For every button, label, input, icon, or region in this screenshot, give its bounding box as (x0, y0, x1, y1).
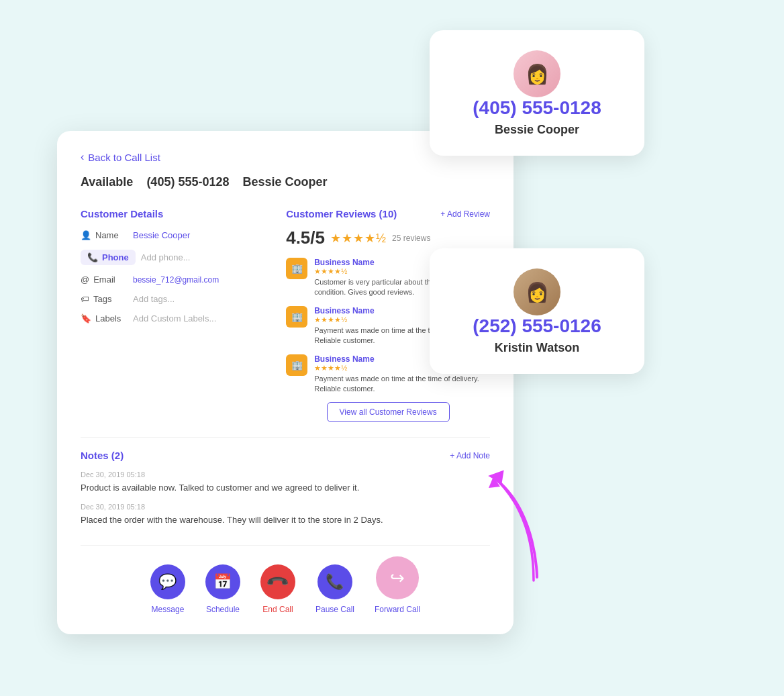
pause-call-action[interactable]: 📞 Pause Call (315, 564, 354, 614)
message-label: Message (152, 605, 185, 614)
review-icon-1: 🏢 (286, 258, 307, 279)
name-value: Bessie Cooper (133, 230, 190, 240)
end-call-icon: 📞 (265, 570, 290, 595)
forward-call-icon-circle: ↪ (376, 556, 419, 599)
chevron-left-icon: ‹ (81, 151, 84, 163)
customer-details-title: Customer Details (81, 208, 266, 219)
card-bessie-name: Bessie Cooper (495, 123, 579, 137)
labels-placeholder[interactable]: Add Custom Labels... (133, 313, 216, 324)
avatar-kristin: 👩 (513, 268, 560, 315)
rating-summary: 4.5/5 ★★★★½ 25 reviews (286, 228, 490, 248)
review-icon-2: 🏢 (286, 306, 307, 328)
avatar-bessie: 👩 (513, 50, 560, 97)
tags-placeholder[interactable]: Add tags... (133, 294, 175, 304)
pause-call-icon-circle: 📞 (317, 564, 352, 599)
note-item-1: Dec 30, 2019 05:18 Product is available … (81, 470, 490, 495)
schedule-label: Schedule (206, 605, 240, 614)
labels-label: 🔖 Labels (81, 313, 128, 324)
tag-icon: 🏷 (81, 294, 89, 304)
schedule-icon: 📅 (213, 573, 232, 591)
forward-call-icon: ↪ (390, 568, 405, 589)
call-header: Available (405) 555-0128 Bessie Cooper (81, 175, 490, 189)
review-icon-3: 🏢 (286, 354, 307, 376)
labels-row: 🔖 Labels Add Custom Labels... (81, 313, 266, 324)
phone-icon: 📞 (87, 252, 98, 262)
review-text-3: Payment was made on time at the time of … (314, 374, 490, 395)
header-name: Bessie Cooper (242, 175, 327, 189)
email-label: @ Email (81, 275, 128, 285)
note-date-2: Dec 30, 2019 05:18 (81, 503, 490, 511)
main-panel: ‹ Back to Call List Available (405) 555-… (57, 131, 513, 634)
email-value: bessie_712@gmail.com (133, 275, 219, 285)
action-bar: 💬 Message 📅 Schedule 📞 End Call 📞 Pause … (81, 545, 490, 614)
pause-call-icon: 📞 (326, 573, 344, 591)
forward-call-label: Forward Call (375, 605, 420, 614)
reviews-title: Customer Reviews (10) (286, 208, 397, 219)
card-bessie-phone: (405) 555-0128 (473, 97, 601, 119)
back-link-label: Back to Call List (88, 152, 160, 163)
card-kristin: 👩 (252) 555-0126 Kristin Watson (430, 248, 644, 374)
email-row: @ Email bessie_712@gmail.com (81, 275, 266, 285)
status-label: Available (81, 175, 133, 189)
stars-display: ★★★★½ (330, 231, 387, 246)
name-label: 👤 Name (81, 230, 128, 240)
note-text-1: Product is available now. Talked to cust… (81, 481, 490, 495)
message-icon-circle: 💬 (150, 564, 185, 599)
schedule-icon-circle: 📅 (205, 564, 240, 599)
phone-label: 📞 Phone (81, 250, 136, 265)
at-icon: @ (81, 275, 89, 285)
review-count: 25 reviews (392, 234, 430, 243)
phone-placeholder[interactable]: Add phone... (141, 252, 191, 262)
forward-arrow (483, 446, 571, 590)
card-bessie: 👩 (405) 555-0128 Bessie Cooper (430, 30, 644, 156)
view-all-reviews-button[interactable]: View all Customer Reviews (327, 402, 450, 422)
back-to-call-list[interactable]: ‹ Back to Call List (81, 151, 490, 163)
name-row: 👤 Name Bessie Cooper (81, 230, 266, 240)
tags-row: 🏷 Tags Add tags... (81, 294, 266, 304)
label-icon: 🔖 (81, 313, 91, 324)
end-call-label: End Call (262, 605, 293, 614)
pause-call-label: Pause Call (315, 605, 354, 614)
customer-details-section: Customer Details 👤 Name Bessie Cooper 📞 … (81, 208, 266, 422)
note-item-2: Dec 30, 2019 05:18 Placed the order with… (81, 503, 490, 527)
note-text-2: Placed the order with the warehouse. The… (81, 513, 490, 527)
card-kristin-phone: (252) 555-0126 (473, 315, 601, 337)
card-kristin-name: Kristin Watson (495, 341, 579, 355)
rating-value: 4.5/5 (286, 228, 325, 248)
message-action[interactable]: 💬 Message (150, 564, 185, 614)
header-phone: (405) 555-0128 (146, 175, 229, 189)
notes-header: Notes (2) + Add Note (81, 450, 490, 461)
note-date-1: Dec 30, 2019 05:18 (81, 470, 490, 479)
end-call-action[interactable]: 📞 End Call (260, 564, 295, 614)
notes-section: Notes (2) + Add Note Dec 30, 2019 05:18 … (81, 437, 490, 526)
end-call-icon-circle: 📞 (260, 564, 295, 599)
add-review-button[interactable]: + Add Review (440, 209, 490, 219)
tags-label: 🏷 Tags (81, 294, 128, 304)
message-icon: 💬 (158, 573, 177, 591)
reviews-header: Customer Reviews (10) + Add Review (286, 208, 490, 219)
arrow-svg (483, 446, 571, 587)
forward-call-action[interactable]: ↪ Forward Call (375, 556, 420, 614)
phone-row: 📞 Phone Add phone... (81, 250, 266, 265)
schedule-action[interactable]: 📅 Schedule (205, 564, 240, 614)
detail-columns: Customer Details 👤 Name Bessie Cooper 📞 … (81, 208, 490, 422)
notes-title: Notes (2) (81, 450, 124, 461)
person-icon: 👤 (81, 230, 91, 240)
